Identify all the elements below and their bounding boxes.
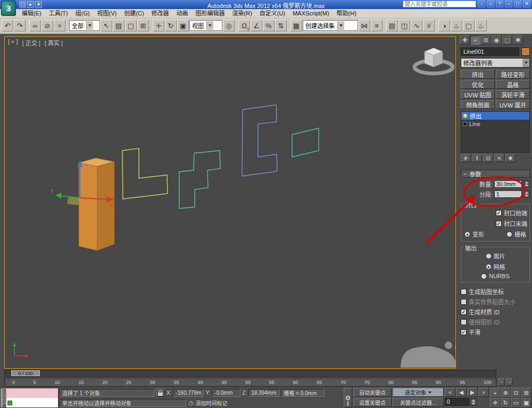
menu-item[interactable]: 视图(V) xyxy=(94,9,121,18)
parameters-rollout-header[interactable]: − 参数 xyxy=(461,170,530,178)
dropdown-arrow-icon[interactable] xyxy=(206,21,213,30)
frame-spinner[interactable] xyxy=(470,398,477,406)
redo-icon[interactable]: ↷ xyxy=(14,20,26,31)
tab-hierarchy[interactable]: ⧉ xyxy=(481,36,491,45)
smooth-checkbox[interactable]: ✓ xyxy=(461,329,467,335)
use-pivot-center-icon[interactable]: ◎ xyxy=(223,20,235,31)
spline-L-shape[interactable] xyxy=(122,148,168,199)
menu-item[interactable]: 图形编辑器 xyxy=(192,9,229,18)
time-slider[interactable]: 0 / 100 xyxy=(4,370,496,377)
search-go-icon[interactable]: › xyxy=(478,1,485,7)
spline-Z-shape[interactable] xyxy=(179,151,220,209)
auto-key-button[interactable]: 自动关键点 xyxy=(353,388,392,397)
rectangular-selection-icon[interactable]: ▢ xyxy=(125,20,137,31)
make-unique-icon[interactable]: ⊟ xyxy=(483,154,493,162)
tab-create[interactable]: ✚ xyxy=(460,36,470,45)
search-input[interactable] xyxy=(403,1,476,7)
tab-modify[interactable]: ⌁ xyxy=(470,36,480,45)
stack-item-extrude[interactable]: 挤出 xyxy=(461,112,529,120)
edit-named-selections-icon[interactable]: ▦ xyxy=(290,20,302,31)
selected-filter-dropdown[interactable]: 选定对象 xyxy=(393,388,444,397)
modifier-preset-button[interactable]: 优化 xyxy=(461,80,495,89)
stack-item-line[interactable]: Line xyxy=(461,120,529,128)
tab-utilities[interactable]: ✱ xyxy=(513,36,523,45)
gen-matid-checkbox[interactable]: ✓ xyxy=(461,309,467,315)
go-to-end-icon[interactable]: » xyxy=(478,388,489,397)
zoom-all-icon[interactable]: ⊕ xyxy=(501,388,511,398)
amount-spinner[interactable] xyxy=(523,180,530,188)
rendered-frame-window-icon[interactable]: ▢ xyxy=(463,20,475,31)
clock-icon[interactable]: ◷ xyxy=(188,399,194,406)
set-key-big-button[interactable] xyxy=(344,388,352,407)
prev-key-icon[interactable]: ‹ xyxy=(498,378,505,386)
use-shapeid-checkbox[interactable] xyxy=(461,319,467,325)
menu-item[interactable]: MAXScript(M) xyxy=(289,9,332,18)
configure-modifier-sets-icon[interactable]: ✱ xyxy=(505,154,516,162)
pan-icon[interactable]: ✛ xyxy=(490,398,501,408)
modifier-preset-button[interactable]: 路径变形 xyxy=(496,70,530,79)
menu-item[interactable]: 动画 xyxy=(173,9,192,18)
reference-coordinate-dropdown[interactable]: 视图 xyxy=(189,20,222,31)
zoom-extents-selected-icon[interactable]: ⊞ xyxy=(521,388,532,398)
add-time-tag[interactable]: 添加时间标记 xyxy=(196,399,228,407)
modifier-list-dropdown[interactable]: 修改器列表 xyxy=(461,58,530,68)
viewport[interactable]: [ + ] [ 正交 ] [ 真实 ] xyxy=(4,36,456,369)
percent-snap-icon[interactable]: % xyxy=(263,20,275,31)
previous-frame-icon[interactable]: ◀ xyxy=(456,388,467,397)
zoom-icon[interactable]: + xyxy=(490,388,501,398)
zoom-region-icon[interactable]: ▭ xyxy=(511,398,521,408)
track-bar[interactable]: 0510152025303540455055606570758085909510… xyxy=(4,378,496,387)
segments-field[interactable]: 1 xyxy=(494,190,522,198)
real-world-checkbox[interactable] xyxy=(461,299,467,305)
modifier-preset-button[interactable]: 倒角剖面 xyxy=(461,100,495,109)
macro-recorder-line[interactable] xyxy=(6,388,58,398)
material-editor-icon[interactable]: ◑ xyxy=(438,20,450,31)
maxscript-mini-listener[interactable]: 迷你侦听器 xyxy=(0,388,59,408)
selection-lock-icon[interactable] xyxy=(156,389,165,397)
named-selection-sets-dropdown[interactable]: 创建选择集 xyxy=(303,20,358,31)
modifier-preset-button[interactable]: 晶格 xyxy=(496,80,530,89)
grid-cap-radio[interactable] xyxy=(506,231,512,237)
viewcube[interactable] xyxy=(414,48,453,73)
curve-editor-icon[interactable]: ∿ xyxy=(411,20,422,31)
y-coord-field[interactable]: -0.0mm xyxy=(212,389,240,397)
listener-line[interactable] xyxy=(6,398,58,407)
play-icon[interactable]: ▶ xyxy=(467,388,478,397)
x-coord-field[interactable]: -160.779m xyxy=(173,389,204,397)
lightbulb-icon[interactable] xyxy=(463,113,468,118)
viewport-general-menu[interactable]: [ + ] xyxy=(8,38,18,47)
key-filters-button[interactable]: 关键点过滤器... xyxy=(393,398,444,407)
window-crossing-icon[interactable]: ⊞ xyxy=(137,20,149,31)
render-setup-icon[interactable]: ♨ xyxy=(451,20,462,31)
object-color-swatch[interactable] xyxy=(521,47,530,56)
time-slider-handle[interactable]: 0 / 100 xyxy=(11,370,40,376)
unlink-selection-icon[interactable]: ⊘ xyxy=(41,20,53,31)
menu-item[interactable]: 自定义(U) xyxy=(256,9,289,18)
maximize-button[interactable]: □ xyxy=(514,1,521,7)
modifier-preset-button[interactable]: UVW 贴图 xyxy=(461,90,495,99)
graphite-ribbon-icon[interactable]: ◫ xyxy=(398,20,410,31)
current-frame-field[interactable]: 0 xyxy=(445,398,469,406)
zoom-extents-icon[interactable]: ⊡ xyxy=(511,388,521,398)
orbit-icon[interactable]: ↻ xyxy=(501,398,511,408)
modifier-preset-button[interactable]: UVW 展开 xyxy=(496,100,530,109)
dropdown-arrow-icon[interactable] xyxy=(337,21,344,30)
cap-end-checkbox[interactable]: ✓ xyxy=(496,221,502,227)
dropdown-arrow-icon[interactable] xyxy=(522,59,529,67)
modifier-preset-button[interactable]: 挤出 xyxy=(461,70,495,79)
minimize-button[interactable]: – xyxy=(505,1,512,7)
select-and-link-icon[interactable]: ∞ xyxy=(29,20,41,31)
go-to-start-icon[interactable]: « xyxy=(445,388,455,397)
viewport-pov-menu[interactable]: [ 正交 ] xyxy=(22,38,40,47)
render-production-icon[interactable]: ♨ xyxy=(475,20,487,31)
spline-quad-shape[interactable] xyxy=(292,128,319,157)
modifier-preset-button[interactable]: 涡轮平滑 xyxy=(496,90,530,99)
cap-start-checkbox[interactable]: ✓ xyxy=(496,210,502,216)
morph-radio[interactable]: ● xyxy=(464,231,470,237)
app-logo-icon[interactable]: ε xyxy=(1,1,16,16)
tab-motion[interactable]: ◉ xyxy=(492,36,502,45)
set-key-button[interactable]: 设置关键点 xyxy=(353,398,392,407)
select-and-scale-icon[interactable]: ▣ xyxy=(177,20,189,31)
favorites-icon[interactable]: ☆ xyxy=(487,1,494,7)
spinner-snap-icon[interactable]: ⇅ xyxy=(275,20,287,31)
